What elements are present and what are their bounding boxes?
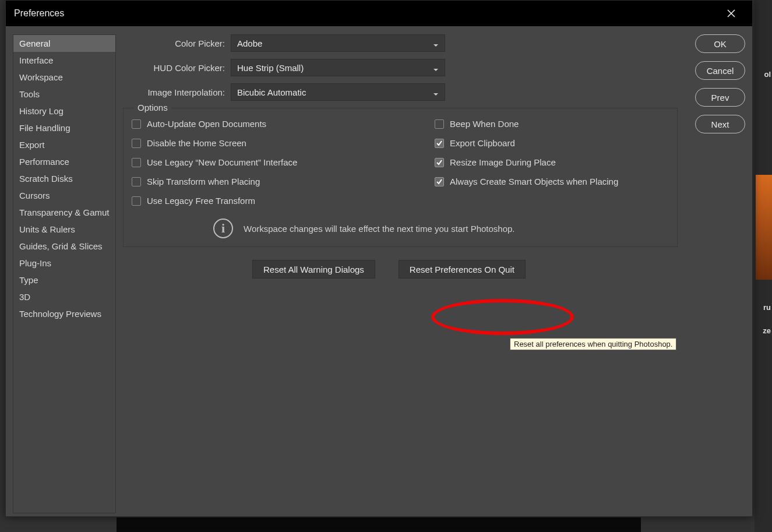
checkbox[interactable] xyxy=(132,139,141,148)
sidebar-item-type[interactable]: Type xyxy=(13,272,115,288)
info-icon: i xyxy=(213,219,233,238)
sidebar-item-guides-grid-slices[interactable]: Guides, Grid & Slices xyxy=(13,238,115,255)
checkbox-label: Use Legacy “New Document” Interface xyxy=(147,157,297,167)
checkbox[interactable] xyxy=(132,158,141,167)
reset-preferences-on-quit-button[interactable]: Reset Preferences On Quit xyxy=(399,260,526,279)
hud-color-picker-row: HUD Color Picker: Hue Strip (Small) xyxy=(123,59,678,76)
sidebar-item-plug-ins[interactable]: Plug-Ins xyxy=(13,255,115,272)
color-picker-row: Color Picker: Adobe xyxy=(123,34,678,52)
sidebar-item-units-rulers[interactable]: Units & Rulers xyxy=(13,221,115,238)
close-icon xyxy=(727,9,735,17)
bottom-button-row: Reset All Warning Dialogs Reset Preferen… xyxy=(123,260,678,279)
sidebar-item-history-log[interactable]: History Log xyxy=(13,103,115,119)
checkbox[interactable] xyxy=(435,119,444,129)
sidebar-item-file-handling[interactable]: File Handling xyxy=(13,119,115,136)
checkbox[interactable] xyxy=(435,139,444,148)
checkbox[interactable] xyxy=(132,177,141,186)
titlebar: Preferences xyxy=(6,1,752,26)
preferences-dialog: Preferences GeneralInterfaceWorkspaceToo… xyxy=(5,0,753,517)
chevron-down-icon xyxy=(433,89,439,95)
checkbox[interactable] xyxy=(435,158,444,167)
sidebar: GeneralInterfaceWorkspaceToolsHistory Lo… xyxy=(13,34,116,513)
ok-button[interactable]: OK xyxy=(695,34,745,53)
options-group: Options Auto-Update Open DocumentsBeep W… xyxy=(123,108,678,247)
option-left-4: Use Legacy Free Transform xyxy=(132,196,435,206)
sidebar-item-cursors[interactable]: Cursors xyxy=(13,187,115,204)
sidebar-item-workspace[interactable]: Workspace xyxy=(13,69,115,86)
chevron-down-icon xyxy=(433,65,439,71)
settings-column: Color Picker: Adobe HUD Color Picker: Hu… xyxy=(123,34,678,513)
sidebar-item-technology-previews[interactable]: Technology Previews xyxy=(13,305,115,322)
hud-color-picker-value: Hue Strip (Small) xyxy=(237,63,304,73)
color-picker-label: Color Picker: xyxy=(123,38,231,48)
color-picker-value: Adobe xyxy=(237,38,262,48)
option-left-0: Auto-Update Open Documents xyxy=(132,119,435,129)
option-right-3: Always Create Smart Objects when Placing xyxy=(435,177,669,186)
sidebar-item-export[interactable]: Export xyxy=(13,136,115,153)
option-right-2: Resize Image During Place xyxy=(435,157,669,167)
image-interpolation-value: Bicubic Automatic xyxy=(237,87,306,97)
checkbox[interactable] xyxy=(132,196,141,206)
option-right-1: Export Clipboard xyxy=(435,138,669,148)
bg-text-frag: ru xyxy=(763,303,771,312)
background-thumbnail xyxy=(756,175,772,280)
info-row: iWorkspace changes will take effect the … xyxy=(132,215,669,238)
option-left-2: Use Legacy “New Document” Interface xyxy=(132,157,435,167)
checkbox-label: Export Clipboard xyxy=(450,138,515,148)
checkbox-label: Disable the Home Screen xyxy=(147,138,246,148)
sidebar-item-interface[interactable]: Interface xyxy=(13,52,115,69)
checkbox[interactable] xyxy=(435,177,444,186)
image-interpolation-row: Image Interpolation: Bicubic Automatic xyxy=(123,83,678,101)
image-interpolation-dropdown[interactable]: Bicubic Automatic xyxy=(231,83,445,101)
bg-text-frag: ze xyxy=(763,326,771,335)
reset-warning-dialogs-button[interactable]: Reset All Warning Dialogs xyxy=(252,260,375,279)
checkbox-label: Skip Transform when Placing xyxy=(147,177,260,186)
option-right-0: Beep When Done xyxy=(435,119,669,129)
color-picker-dropdown[interactable]: Adobe xyxy=(231,34,445,52)
checkbox-label: Resize Image During Place xyxy=(450,157,556,167)
sidebar-item-scratch-disks[interactable]: Scratch Disks xyxy=(13,170,115,187)
close-button[interactable] xyxy=(718,1,744,26)
checkbox-label: Always Create Smart Objects when Placing xyxy=(450,177,618,186)
sidebar-item-transparency-gamut[interactable]: Transparency & Gamut xyxy=(13,204,115,221)
checkbox-label: Beep When Done xyxy=(450,119,519,129)
main-content: Color Picker: Adobe HUD Color Picker: Hu… xyxy=(123,34,745,513)
next-button[interactable]: Next xyxy=(695,115,745,133)
checkbox[interactable] xyxy=(132,119,141,129)
option-left-1: Disable the Home Screen xyxy=(132,138,435,148)
option-left-3: Skip Transform when Placing xyxy=(132,177,435,186)
info-text: Workspace changes will take effect the n… xyxy=(244,224,515,234)
dialog-body: GeneralInterfaceWorkspaceToolsHistory Lo… xyxy=(6,26,752,520)
hud-color-picker-label: HUD Color Picker: xyxy=(123,63,231,73)
checkbox-label: Use Legacy Free Transform xyxy=(147,196,255,206)
dialog-title: Preferences xyxy=(14,8,64,19)
sidebar-item-tools[interactable]: Tools xyxy=(13,86,115,103)
sidebar-item-general[interactable]: General xyxy=(13,35,115,52)
hud-color-picker-dropdown[interactable]: Hue Strip (Small) xyxy=(231,59,445,76)
options-grid: Auto-Update Open DocumentsBeep When Done… xyxy=(132,119,669,238)
chevron-down-icon xyxy=(433,40,439,46)
image-interpolation-label: Image Interpolation: xyxy=(123,87,231,97)
options-legend: Options xyxy=(134,103,171,112)
action-button-column: OK Cancel Prev Next xyxy=(689,34,745,513)
sidebar-item-performance[interactable]: Performance xyxy=(13,153,115,170)
sidebar-item-3d[interactable]: 3D xyxy=(13,288,115,305)
tooltip: Reset all preferences when quitting Phot… xyxy=(510,338,676,350)
checkbox-label: Auto-Update Open Documents xyxy=(147,119,266,129)
bg-text-frag: ol xyxy=(764,70,771,79)
prev-button[interactable]: Prev xyxy=(695,88,745,107)
cancel-button[interactable]: Cancel xyxy=(695,61,745,80)
